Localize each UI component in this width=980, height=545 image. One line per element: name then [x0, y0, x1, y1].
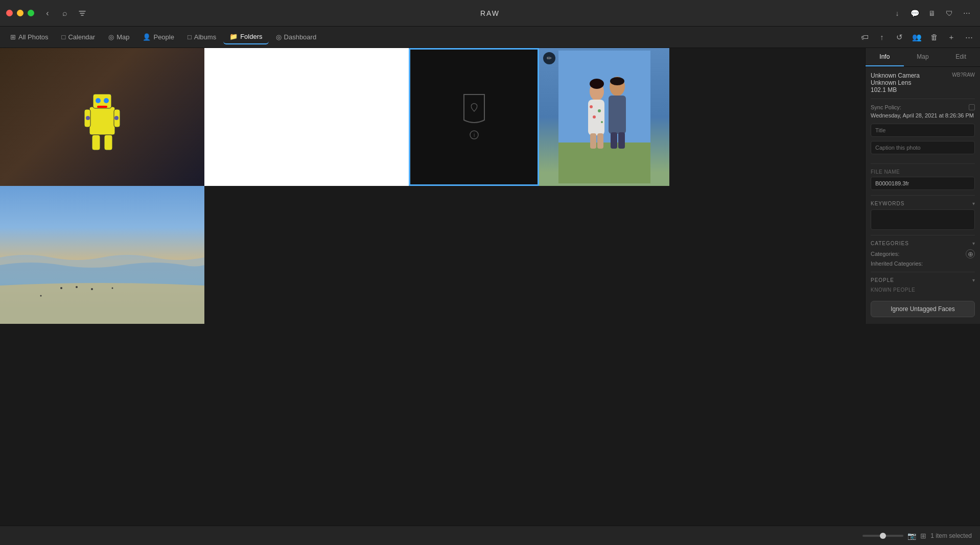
search-icon[interactable]: ⌕ — [58, 6, 72, 20]
svg-point-30 — [76, 286, 78, 288]
status-bar: 📷 ⊞ 1 item selected — [0, 526, 980, 545]
photo-blank[interactable] — [204, 48, 409, 186]
keywords-chevron: ▾ — [972, 201, 975, 206]
svg-point-31 — [91, 288, 93, 290]
monitor-icon[interactable]: 🖥 — [925, 6, 939, 20]
svg-text:i: i — [473, 132, 474, 138]
svg-point-27 — [590, 79, 604, 89]
share-icon[interactable]: ↑ — [875, 30, 889, 44]
people-section-header[interactable]: PEOPLE ▾ — [871, 277, 975, 283]
overflow-icon[interactable]: ⋯ — [962, 30, 976, 44]
panel-tab-edit[interactable]: Edit — [942, 48, 980, 66]
ignore-untagged-faces-button[interactable]: Ignore Untagged Faces — [871, 301, 975, 317]
svg-rect-8 — [104, 135, 112, 150]
tab-albums[interactable]: □ Albums — [181, 30, 222, 44]
people-chevron: ▾ — [972, 277, 975, 283]
status-action-1[interactable]: 📷 — [907, 532, 916, 540]
delete-icon[interactable]: 🗑 — [927, 30, 941, 44]
camera-name: Unknown Camera — [871, 72, 920, 79]
categories-chevron: ▾ — [972, 241, 975, 246]
map-icon: ◎ — [108, 33, 114, 41]
tab-people[interactable]: 👤 People — [136, 30, 180, 44]
photo-robot[interactable] — [0, 48, 204, 186]
back-button[interactable]: ‹ — [40, 6, 55, 20]
photo-error[interactable]: i — [409, 48, 539, 186]
file-name-value: B0000189.3fr — [871, 177, 975, 190]
divider-5 — [871, 272, 975, 272]
right-panel: Info Map Edit Unknown Camera Unknown Len… — [865, 48, 980, 324]
title-input[interactable] — [871, 124, 975, 137]
tab-folders[interactable]: 📁 Folders — [223, 30, 268, 44]
sync-toggle[interactable] — [969, 104, 975, 110]
photo-beach[interactable] — [0, 186, 204, 324]
svg-rect-0 — [89, 107, 115, 135]
people-section: KNOWN PEOPLE — [871, 287, 975, 293]
svg-rect-22 — [597, 133, 603, 149]
shield-icon[interactable]: 🛡 — [942, 6, 956, 20]
svg-point-28 — [610, 77, 624, 85]
rotate-icon[interactable]: ↺ — [892, 30, 906, 44]
close-button[interactable] — [6, 10, 13, 16]
categories-section-header[interactable]: CATEGORIES ▾ — [871, 241, 975, 246]
minimize-button[interactable] — [17, 10, 24, 16]
status-action-2[interactable]: ⊞ — [920, 532, 926, 540]
tab-map[interactable]: ◎ Map — [102, 30, 135, 44]
add-icon[interactable]: + — [944, 30, 959, 44]
panel-tabs: Info Map Edit — [866, 48, 980, 67]
photo-couple[interactable]: ✏ — [539, 48, 669, 186]
svg-point-2 — [96, 98, 101, 103]
info-circle-icon: i — [459, 130, 489, 142]
svg-rect-14 — [558, 143, 650, 183]
known-people-label: KNOWN PEOPLE — [871, 287, 975, 293]
panel-tab-map[interactable]: Map — [904, 48, 942, 66]
svg-point-3 — [104, 98, 109, 103]
divider-2 — [871, 163, 975, 164]
error-icon: i — [459, 92, 489, 142]
filter-icon[interactable] — [75, 6, 89, 20]
svg-rect-24 — [609, 96, 626, 134]
keywords-input[interactable] — [871, 209, 975, 230]
more-icon[interactable]: ⋯ — [960, 6, 974, 20]
folders-icon: 📁 — [229, 33, 238, 40]
titlebar-right-icons: ↓ 💬 🖥 🛡 ⋯ — [890, 6, 974, 20]
tab-all-photos[interactable]: ⊞ All Photos — [4, 30, 55, 44]
photo-date: Wednesday, April 28, 2021 at 8:26:36 PM — [871, 112, 975, 119]
tab-dashboard[interactable]: ◎ Dashboard — [270, 30, 323, 44]
sync-label: Sync Policy: — [871, 104, 901, 110]
titlebar: ‹ ⌕ RAW ↓ 💬 🖥 🛡 ⋯ — [0, 0, 980, 27]
photo-empty-3 — [409, 186, 539, 324]
svg-rect-26 — [618, 132, 625, 149]
svg-point-10 — [114, 116, 119, 120]
inherited-categories-label: Inherited Categories: — [871, 260, 975, 267]
svg-rect-21 — [590, 133, 596, 149]
add-category-button[interactable]: ⊕ — [966, 249, 975, 258]
faces-icon[interactable]: 👥 — [909, 30, 924, 44]
calendar-icon: □ — [62, 33, 66, 41]
nav-tabs: ⊞ All Photos □ Calendar ◎ Map 👤 People □… — [0, 27, 980, 48]
svg-point-33 — [40, 295, 42, 297]
lens-name: Unknown Lens — [871, 79, 920, 86]
categories-title: CATEGORIES — [871, 241, 909, 246]
titlebar-nav: ‹ ⌕ — [40, 6, 89, 20]
svg-point-19 — [593, 115, 596, 119]
svg-point-29 — [60, 287, 62, 289]
svg-point-18 — [598, 109, 601, 112]
maximize-button[interactable] — [28, 10, 34, 16]
photo-empty-2 — [204, 186, 409, 324]
panel-tab-info[interactable]: Info — [866, 48, 904, 66]
panel-info-content: Unknown Camera Unknown Lens 102.1 MB RAW… — [866, 67, 980, 324]
svg-point-17 — [590, 105, 593, 108]
keywords-section-header[interactable]: KEYWORDS ▾ — [871, 201, 975, 206]
svg-rect-7 — [92, 135, 100, 150]
svg-point-9 — [86, 116, 90, 120]
zoom-slider[interactable] — [862, 535, 903, 537]
chat-icon[interactable]: 💬 — [907, 6, 922, 20]
people-title: PEOPLE — [871, 277, 894, 283]
caption-input[interactable] — [871, 141, 975, 154]
download-icon[interactable]: ↓ — [890, 6, 904, 20]
main-content: i — [0, 48, 980, 324]
categories-item-label: Categories: — [871, 251, 899, 257]
tag-icon[interactable]: 🏷 — [857, 30, 872, 44]
keywords-title: KEYWORDS — [871, 201, 904, 206]
tab-calendar[interactable]: □ Calendar — [56, 30, 102, 44]
